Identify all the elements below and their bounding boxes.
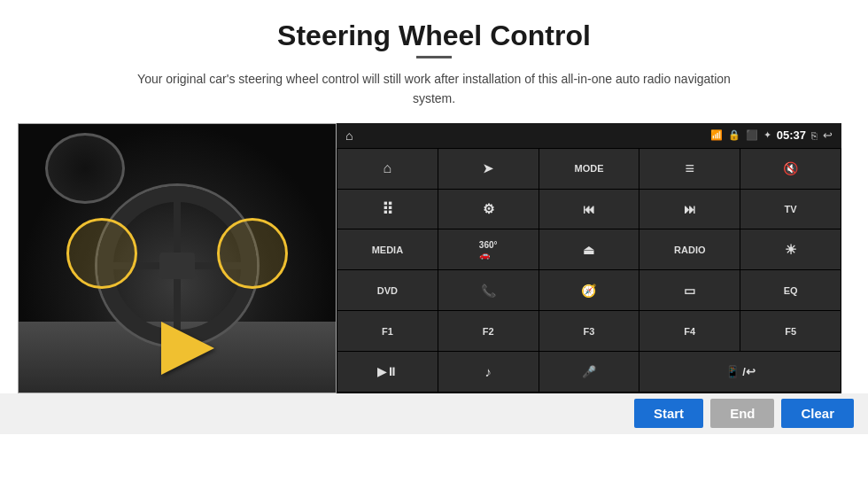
car-image bbox=[18, 123, 337, 393]
btn-f2[interactable]: F2 bbox=[438, 311, 539, 351]
copy-icon: ⎘ bbox=[811, 130, 818, 141]
end-button[interactable]: End bbox=[710, 399, 774, 428]
btn-f1[interactable]: F1 bbox=[337, 311, 438, 351]
title-divider bbox=[416, 56, 452, 58]
bt-icon: ✦ bbox=[763, 129, 771, 141]
btn-next[interactable]: ⏭ bbox=[639, 190, 740, 229]
screen-grid: ⌂ ➤ MODE ≡ 🔇 ⠿ ⚙ ⏮ ⏭ TV MEDIA 360°🚗 ⏏ RA… bbox=[337, 148, 841, 393]
btn-apps[interactable]: ⠿ bbox=[337, 190, 438, 229]
btn-brightness[interactable]: ☀ bbox=[740, 229, 841, 269]
btn-f5[interactable]: F5 bbox=[740, 311, 841, 351]
btn-dvd[interactable]: DVD bbox=[337, 270, 438, 310]
wifi-icon: 📶 bbox=[710, 129, 723, 141]
back-icon[interactable]: ↩ bbox=[823, 128, 833, 142]
btn-360[interactable]: 360°🚗 bbox=[438, 229, 539, 269]
home-icon[interactable]: ⌂ bbox=[345, 128, 353, 143]
btn-home[interactable]: ⌂ bbox=[337, 149, 438, 189]
instrument-panel bbox=[45, 133, 125, 204]
btn-music[interactable]: ♪ bbox=[438, 352, 539, 392]
btn-mic[interactable]: 🎤 bbox=[539, 352, 639, 392]
screen-icon: ⬛ bbox=[746, 129, 758, 141]
btn-tv[interactable]: TV bbox=[740, 190, 841, 229]
car-image-inner bbox=[19, 124, 336, 393]
btn-settings[interactable]: ⚙ bbox=[438, 190, 539, 229]
circle-highlight-right bbox=[217, 218, 288, 289]
lock-icon: 🔒 bbox=[728, 129, 740, 141]
btn-nav[interactable]: ➤ bbox=[438, 149, 539, 189]
btn-f3[interactable]: F3 bbox=[539, 311, 639, 351]
btn-menu-list[interactable]: ≡ bbox=[639, 149, 740, 189]
clear-button[interactable]: Clear bbox=[781, 399, 854, 428]
start-button[interactable]: Start bbox=[634, 399, 703, 428]
btn-phone[interactable]: 📞 bbox=[438, 270, 539, 310]
btn-prev[interactable]: ⏮ bbox=[539, 190, 639, 229]
big-arrow bbox=[161, 322, 214, 375]
status-icons: 📶 🔒 ⬛ ✦ 05:37 ⎘ ↩ bbox=[710, 128, 833, 142]
content-area: ⌂ 📶 🔒 ⬛ ✦ 05:37 ⎘ ↩ ⌂ ➤ MODE ≡ 🔇 ⠿ ⚙ ⏮ ⏭ bbox=[0, 123, 868, 393]
arrow-container bbox=[161, 322, 214, 375]
subtitle: Your original car's steering wheel contr… bbox=[124, 69, 744, 109]
circle-highlight-left bbox=[66, 218, 137, 289]
btn-eject[interactable]: ⏏ bbox=[539, 229, 639, 269]
btn-mode[interactable]: MODE bbox=[539, 149, 639, 189]
screen-panel: ⌂ 📶 🔒 ⬛ ✦ 05:37 ⎘ ↩ ⌂ ➤ MODE ≡ 🔇 ⠿ ⚙ ⏮ ⏭ bbox=[337, 123, 841, 393]
btn-play-pause[interactable]: ▶⏸ bbox=[337, 352, 438, 392]
btn-radio[interactable]: RADIO bbox=[639, 229, 740, 269]
btn-media[interactable]: MEDIA bbox=[337, 229, 438, 269]
btn-window[interactable]: ▭ bbox=[639, 270, 740, 310]
btn-f4[interactable]: F4 bbox=[639, 311, 740, 351]
status-time: 05:37 bbox=[777, 128, 806, 142]
status-bar: ⌂ 📶 🔒 ⬛ ✦ 05:37 ⎘ ↩ bbox=[337, 123, 841, 148]
btn-eq[interactable]: EQ bbox=[740, 270, 841, 310]
page-title: Steering Wheel Control bbox=[0, 0, 868, 56]
sw-center bbox=[159, 253, 195, 279]
btn-vol-mute[interactable]: 🔇 bbox=[740, 149, 841, 189]
btn-navi[interactable]: 🧭 bbox=[539, 270, 639, 310]
btn-answer-call[interactable]: 📱 /↩ bbox=[639, 352, 841, 392]
bottom-bar: Start End Clear bbox=[0, 393, 868, 434]
